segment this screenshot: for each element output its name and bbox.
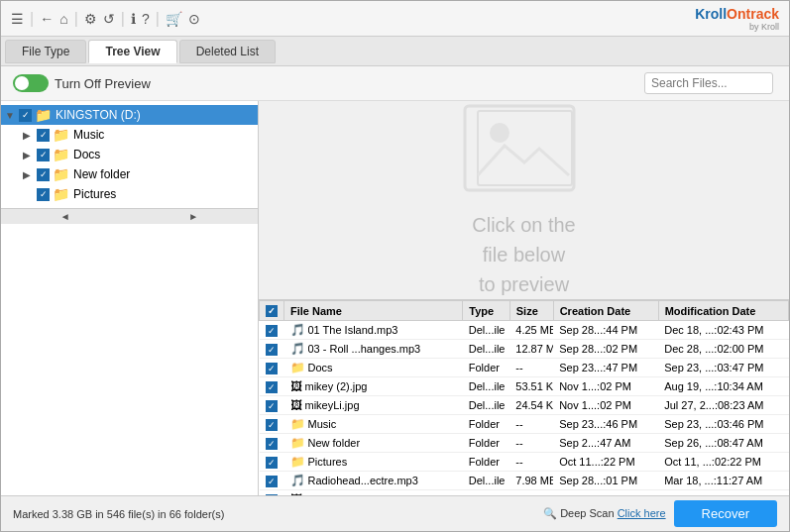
table-row[interactable]: ✓ 📁 New folder Folder -- Sep 2...:47 AM … xyxy=(260,434,789,453)
history-icon[interactable]: ↺ xyxy=(103,11,115,27)
row-created-2: Sep 23...:47 PM xyxy=(553,359,658,377)
tree-checkbox-docs[interactable]: ✓ xyxy=(37,149,50,161)
table-row[interactable]: ✓ 🖼 mikey (2).jpg Del...ile 53.51 KB Nov… xyxy=(260,377,789,396)
row-checkbox-4[interactable]: ✓ xyxy=(266,400,278,412)
row-created-4: Nov 1...:02 PM xyxy=(553,396,658,415)
table-row[interactable]: ✓ 📁 Pictures Folder -- Oct 11...:22 PM O… xyxy=(260,453,789,472)
sep2: | xyxy=(74,10,78,28)
col-type[interactable]: Type xyxy=(463,301,509,321)
row-name-5: 📁 Music xyxy=(284,415,463,434)
row-checkbox-cell: ✓ xyxy=(260,396,284,415)
row-checkbox-8[interactable]: ✓ xyxy=(266,476,278,487)
file-icon-6: 📁 xyxy=(290,436,305,450)
tab-file-type[interactable]: File Type xyxy=(5,40,86,63)
row-name-2: 📁 Docs xyxy=(284,359,463,377)
tree-item-newfolder[interactable]: ▶ ✓ 📁 New folder xyxy=(19,164,258,184)
brand-name: KrollOntrack xyxy=(695,6,779,22)
table-header-row: ✓ File Name Type Size Creation Date Modi… xyxy=(260,301,789,321)
scroll-left-arrow[interactable]: ◄ xyxy=(1,209,130,224)
title-bar: ☰ | ← ⌂ | ⚙ ↺ | ℹ ? | 🛒 ⊙ KrollOntrack b… xyxy=(1,1,789,37)
title-bar-icons: ☰ | ← ⌂ | ⚙ ↺ | ℹ ? | 🛒 ⊙ xyxy=(11,10,200,28)
expand-icon-music[interactable]: ▶ xyxy=(23,130,35,141)
row-checkbox-cell: ✓ xyxy=(260,472,284,490)
col-created[interactable]: Creation Date xyxy=(553,301,658,321)
tree-checkbox-newfolder[interactable]: ✓ xyxy=(37,168,50,181)
row-type-0: Del...ile xyxy=(463,321,509,340)
file-icon-4: 🖼 xyxy=(290,398,302,412)
toggle-label: Turn Off Preview xyxy=(55,76,151,91)
preview-image-icon xyxy=(460,101,589,200)
file-icon-7: 📁 xyxy=(290,455,305,469)
table-row[interactable]: ✓ 🖼 mikeyLi.jpg Del...ile 24.54 KB Nov 1… xyxy=(260,396,789,415)
folder-icon-pictures: 📁 xyxy=(53,186,69,202)
account-icon[interactable]: ⊙ xyxy=(188,11,200,27)
tab-deleted-list[interactable]: Deleted List xyxy=(179,40,276,63)
back-icon[interactable]: ← xyxy=(40,11,54,27)
tree-label-music: Music xyxy=(73,128,104,142)
tab-tree-view[interactable]: Tree View xyxy=(88,40,176,63)
tree-item-root[interactable]: ▼ ✓ 📁 KINGSTON (D:) xyxy=(1,105,258,125)
col-size[interactable]: Size xyxy=(509,301,553,321)
row-name-label-0: 01 The Island.mp3 xyxy=(308,324,398,336)
search-box xyxy=(644,72,773,94)
row-checkbox-3[interactable]: ✓ xyxy=(266,381,278,393)
col-filename[interactable]: File Name xyxy=(284,301,463,321)
row-name-4: 🖼 mikeyLi.jpg xyxy=(284,396,463,415)
scroll-right-arrow[interactable]: ► xyxy=(130,209,259,224)
row-created-0: Sep 28...:44 PM xyxy=(553,321,658,340)
tree-checkbox-pictures[interactable]: ✓ xyxy=(37,188,50,201)
table-row[interactable]: ✓ 🎵 03 - Roll ...hanges.mp3 Del...ile 12… xyxy=(260,340,789,359)
recover-button[interactable]: Recover xyxy=(674,500,777,527)
header-checkbox[interactable]: ✓ xyxy=(266,305,278,317)
svg-point-2 xyxy=(490,123,509,143)
row-type-1: Del...ile xyxy=(463,340,509,359)
row-type-7: Folder xyxy=(463,453,509,472)
svg-rect-0 xyxy=(465,106,574,190)
folder-icon-root: 📁 xyxy=(35,107,52,123)
row-modified-7: Oct 11, ...:02:22 PM xyxy=(658,453,788,472)
row-checkbox-5[interactable]: ✓ xyxy=(266,419,278,431)
row-checkbox-7[interactable]: ✓ xyxy=(266,457,278,469)
settings-icon[interactable]: ⚙ xyxy=(84,11,97,27)
file-table-body: ✓ 🎵 01 The Island.mp3 Del...ile 4.25 MB … xyxy=(260,321,789,496)
search-input[interactable] xyxy=(644,72,773,94)
file-icon-1: 🎵 xyxy=(290,342,305,356)
info-icon[interactable]: ℹ xyxy=(131,11,136,27)
tree-item-music[interactable]: ▶ ✓ 📁 Music xyxy=(19,125,258,145)
table-row[interactable]: ✓ 🎵 01 The Island.mp3 Del...ile 4.25 MB … xyxy=(260,321,789,340)
row-checkbox-cell: ✓ xyxy=(260,377,284,396)
table-row[interactable]: ✓ 📁 Music Folder -- Sep 23...:46 PM Sep … xyxy=(260,415,789,434)
row-modified-5: Sep 23, ...:03:46 PM xyxy=(658,415,788,434)
folder-icon-music: 📁 xyxy=(53,127,69,143)
tree-checkbox-music[interactable]: ✓ xyxy=(37,129,50,142)
home-icon[interactable]: ⌂ xyxy=(59,11,67,27)
row-checkbox-6[interactable]: ✓ xyxy=(266,438,278,450)
deep-scan-link[interactable]: Click here xyxy=(618,507,666,519)
sep4: | xyxy=(156,10,160,28)
expand-icon-docs[interactable]: ▶ xyxy=(23,150,35,160)
row-checkbox-0[interactable]: ✓ xyxy=(266,325,278,337)
table-row[interactable]: ✓ 🎵 Radiohead...ectre.mp3 Del...ile 7.98… xyxy=(260,472,789,490)
row-checkbox-2[interactable]: ✓ xyxy=(266,363,278,374)
row-checkbox-cell: ✓ xyxy=(260,434,284,453)
expand-icon-newfolder[interactable]: ▶ xyxy=(23,169,35,180)
tree-item-pictures[interactable]: ✓ 📁 Pictures xyxy=(19,184,258,204)
file-icon-2: 📁 xyxy=(290,361,305,374)
row-size-8: 7.98 MB xyxy=(509,472,553,490)
file-table: ✓ File Name Type Size Creation Date Modi… xyxy=(259,300,789,495)
table-row[interactable]: ✓ 📁 Docs Folder -- Sep 23...:47 PM Sep 2… xyxy=(260,359,789,377)
row-size-2: -- xyxy=(509,359,553,377)
col-modified[interactable]: Modification Date xyxy=(658,301,788,321)
row-modified-4: Jul 27, 2...:08:23 AM xyxy=(658,396,788,415)
row-checkbox-1[interactable]: ✓ xyxy=(266,344,278,356)
file-table-container: ✓ File Name Type Size Creation Date Modi… xyxy=(259,299,789,495)
menu-icon[interactable]: ☰ xyxy=(11,11,24,27)
row-created-7: Oct 11...:22 PM xyxy=(553,453,658,472)
row-created-3: Nov 1...:02 PM xyxy=(553,377,658,396)
cart-icon[interactable]: 🛒 xyxy=(166,11,182,27)
tree-checkbox-root[interactable]: ✓ xyxy=(19,109,32,122)
expand-icon[interactable]: ▼ xyxy=(5,110,17,121)
help-icon[interactable]: ? xyxy=(142,11,150,27)
preview-toggle[interactable] xyxy=(13,74,49,92)
tree-item-docs[interactable]: ▶ ✓ 📁 Docs xyxy=(19,145,258,164)
